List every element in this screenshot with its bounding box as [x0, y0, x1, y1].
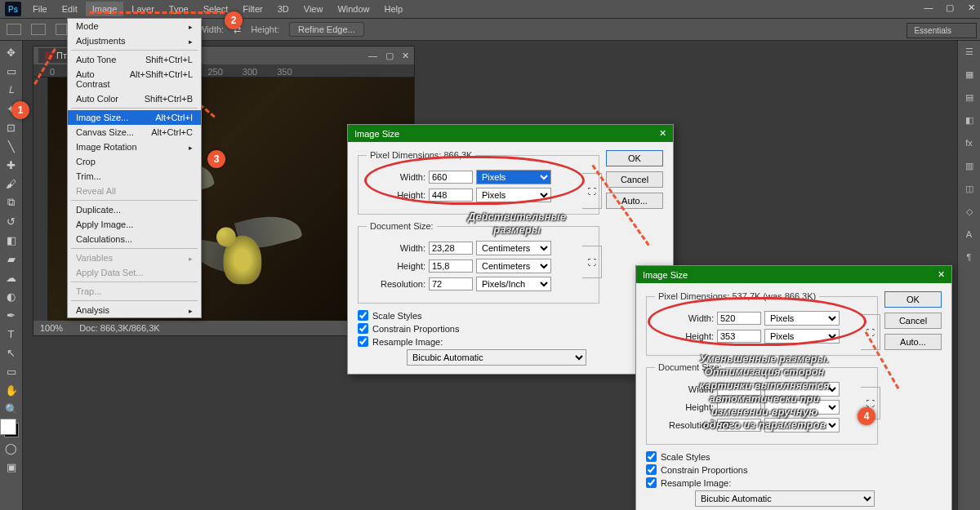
quickmask-icon[interactable]: ◯ — [2, 440, 20, 456]
refine-edge-button[interactable]: Refine Edge... — [289, 22, 364, 37]
ok-button[interactable]: OK — [884, 291, 942, 308]
height-input[interactable] — [717, 330, 761, 343]
width-input[interactable] — [717, 312, 761, 325]
gradient-tool-icon[interactable]: ▰ — [2, 251, 20, 267]
history-panel-icon[interactable]: ☰ — [961, 44, 978, 59]
dheight-input[interactable] — [429, 259, 473, 273]
menu-item[interactable]: Reveal All — [68, 184, 201, 198]
dheight-unit-select[interactable]: Centimeters — [476, 259, 551, 273]
res-unit-select[interactable] — [764, 418, 840, 432]
menu-window[interactable]: Window — [331, 2, 376, 16]
resample-method-select[interactable]: Bicubic Automatic — [407, 349, 586, 366]
cancel-button[interactable]: Cancel — [884, 313, 942, 329]
swatches-panel-icon[interactable]: ▤ — [961, 90, 978, 104]
workspace-select[interactable]: Essentials — [906, 23, 977, 38]
height-unit-select[interactable]: Pixels — [764, 329, 840, 344]
auto-button[interactable]: Auto... — [884, 334, 942, 350]
hand-tool-icon[interactable]: ✋ — [2, 382, 20, 398]
dwidth-input[interactable] — [717, 383, 761, 396]
menu-item[interactable]: Auto ColorShift+Ctrl+B — [68, 91, 201, 106]
move-tool-icon[interactable]: ✥ — [2, 44, 20, 60]
menu-item[interactable]: Duplicate... — [68, 202, 201, 217]
dheight-input[interactable] — [717, 401, 761, 414]
doc-maximize-icon[interactable]: ▢ — [385, 51, 394, 61]
channels-panel-icon[interactable]: ◫ — [961, 181, 978, 196]
marquee-mode-icon[interactable] — [31, 24, 46, 35]
menu-file[interactable]: File — [26, 2, 54, 16]
pen-tool-icon[interactable]: ✒ — [2, 307, 20, 323]
menu-item[interactable]: Trap... — [68, 284, 201, 299]
eyedropper-tool-icon[interactable]: ╲ — [2, 138, 20, 154]
blur-tool-icon[interactable]: ☁ — [2, 269, 20, 286]
res-input[interactable] — [429, 277, 473, 290]
crop-tool-icon[interactable]: ⊡ — [2, 119, 20, 135]
color-panel-icon[interactable]: ▦ — [961, 67, 978, 82]
dodge-tool-icon[interactable]: ◐ — [2, 288, 20, 304]
menu-item[interactable]: Analysis — [68, 303, 201, 317]
dwidth-input[interactable] — [429, 242, 473, 255]
menu-3d[interactable]: 3D — [271, 2, 296, 16]
close-icon[interactable]: ✕ — [965, 2, 977, 13]
width-unit-select[interactable]: Pixels — [476, 170, 551, 184]
paths-panel-icon[interactable]: ◇ — [961, 204, 978, 219]
zoom-level[interactable]: 100% — [40, 323, 63, 333]
menu-item[interactable]: Auto ToneShift+Ctrl+L — [68, 52, 201, 67]
menu-edit[interactable]: Edit — [56, 2, 84, 16]
path-tool-icon[interactable]: ↖ — [2, 344, 20, 361]
menu-item[interactable]: Apply Data Set... — [68, 265, 201, 280]
menu-help[interactable]: Help — [378, 2, 410, 16]
res-unit-select[interactable]: Pixels/Inch — [476, 277, 551, 291]
width-unit-select[interactable]: Pixels — [764, 311, 840, 326]
width-input[interactable] — [429, 171, 473, 184]
styles-panel-icon[interactable]: fx — [961, 135, 978, 150]
selmode-new-icon[interactable] — [56, 24, 67, 35]
res-input[interactable] — [717, 419, 761, 432]
constrain-checkbox[interactable] — [646, 464, 657, 475]
menu-filter[interactable]: Filter — [236, 2, 269, 16]
scale-styles-checkbox[interactable] — [646, 451, 657, 462]
menu-item[interactable]: Image Size...Alt+Ctrl+I — [68, 110, 201, 125]
minimize-icon[interactable]: — — [923, 2, 934, 13]
menu-view[interactable]: View — [297, 2, 330, 16]
menu-image[interactable]: Image — [86, 2, 124, 16]
para-panel-icon[interactable]: ¶ — [961, 250, 978, 264]
menu-item[interactable]: Mode — [68, 19, 201, 33]
link-icon[interactable] — [582, 173, 602, 209]
screenmode-icon[interactable]: ▣ — [2, 459, 20, 475]
menu-item[interactable]: Apply Image... — [68, 217, 201, 232]
menu-item[interactable]: Canvas Size...Alt+Ctrl+C — [68, 125, 201, 140]
tool-preset-icon[interactable] — [7, 24, 21, 35]
marquee-tool-icon[interactable]: ▭ — [2, 63, 20, 79]
maximize-icon[interactable]: ▢ — [944, 2, 956, 13]
height-unit-select[interactable]: Pixels — [476, 188, 551, 202]
zoom-tool-icon[interactable]: 🔍 — [2, 401, 20, 417]
menu-item[interactable]: Image Rotation — [68, 140, 201, 154]
layers-panel-icon[interactable]: ▥ — [961, 158, 978, 173]
menu-item[interactable]: Crop — [68, 154, 201, 169]
menu-item[interactable]: Auto ContrastAlt+Shift+Ctrl+L — [68, 67, 201, 91]
resample-checkbox[interactable] — [646, 477, 657, 488]
adjust-panel-icon[interactable]: ◧ — [961, 113, 978, 127]
link-icon[interactable] — [582, 246, 602, 278]
shape-tool-icon[interactable]: ▭ — [2, 363, 20, 379]
menu-item[interactable]: Calculations... — [68, 232, 201, 246]
menu-item[interactable]: Adjustments — [68, 33, 201, 48]
history-brush-icon[interactable]: ↺ — [2, 213, 20, 229]
char-panel-icon[interactable]: A — [961, 227, 978, 242]
ok-button[interactable]: OK — [606, 150, 663, 166]
brush-tool-icon[interactable]: 🖌 — [2, 175, 20, 192]
doc-close-icon[interactable]: ✕ — [402, 51, 409, 61]
stamp-tool-icon[interactable]: ⧉ — [2, 194, 20, 211]
dheight-unit-select[interactable] — [764, 400, 840, 415]
dwidth-unit-select[interactable] — [764, 382, 840, 397]
lasso-tool-icon[interactable]: 𝘓 — [2, 82, 20, 98]
height-input[interactable] — [429, 188, 473, 202]
cancel-button[interactable]: Cancel — [606, 171, 663, 188]
heal-tool-icon[interactable]: ✚ — [2, 157, 20, 173]
dwidth-unit-select[interactable]: Centimeters — [476, 241, 551, 255]
dialog-close-icon[interactable]: ✕ — [938, 269, 945, 280]
constrain-checkbox[interactable] — [358, 323, 368, 334]
link-icon[interactable] — [861, 314, 880, 350]
menu-item[interactable]: Trim... — [68, 169, 201, 184]
eraser-tool-icon[interactable]: ◧ — [2, 232, 20, 248]
